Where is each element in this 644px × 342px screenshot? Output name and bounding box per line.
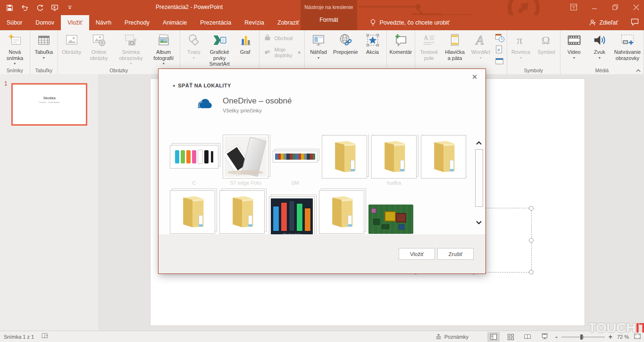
view-slideshow-button[interactable] bbox=[538, 332, 551, 342]
ribbon-button-graf[interactable]: Graf bbox=[233, 31, 258, 68]
share-button[interactable]: Zdieľať bbox=[589, 19, 618, 26]
file-item[interactable]: S7 edge Foto bbox=[223, 134, 268, 188]
ribbon-button-video[interactable]: Video▾ bbox=[561, 31, 587, 67]
view-normal-button[interactable] bbox=[487, 332, 500, 342]
tell-me-box[interactable]: Povedzte, čo chcete urobiť bbox=[370, 15, 450, 30]
ribbon-button-obchod[interactable]: Obchod bbox=[263, 34, 301, 43]
zoom-slider-knob[interactable] bbox=[580, 334, 583, 340]
ribbon-button-textov-pole[interactable]: ATextové pole bbox=[416, 31, 442, 68]
ribbon-button-n-h-ad[interactable]: Náhľad▾ bbox=[306, 31, 331, 67]
ribbon-button-nov-sn-mka[interactable]: Nová snímka▾ bbox=[1, 31, 29, 67]
file-item[interactable]: 4forMobile bbox=[269, 189, 315, 234]
ribbon-button-obr-zky[interactable]: Obrázky bbox=[59, 31, 84, 67]
tab-domov[interactable]: Domov bbox=[29, 15, 61, 30]
thumb-subtitle: OneDrive – Cloud solutions bbox=[33, 101, 66, 103]
resize-handle[interactable] bbox=[529, 206, 534, 211]
tab-strip: SúborDomovVložiťNávrhPrechodyAnimáciePre… bbox=[0, 15, 306, 30]
tab-anim-cie[interactable]: Animácie bbox=[156, 15, 193, 30]
dropdown-caret-icon: ▾ bbox=[193, 56, 195, 60]
zoom-out-button[interactable]: - bbox=[555, 333, 558, 341]
ribbon-button-sn-mka-obrazovky[interactable]: Snímka obrazovky▾ bbox=[113, 31, 148, 67]
audio-icon bbox=[593, 32, 607, 48]
dropdown-caret-icon: ▾ bbox=[43, 56, 45, 60]
collapse-ribbon-icon[interactable] bbox=[636, 68, 641, 74]
ribbon-button-rovnica[interactable]: πRovnica▾ bbox=[508, 31, 534, 67]
scrollbar-thumb[interactable] bbox=[475, 149, 483, 207]
save-icon[interactable] bbox=[5, 3, 14, 12]
resize-handle[interactable] bbox=[529, 270, 534, 274]
restore-icon[interactable] bbox=[610, 2, 620, 12]
ribbon-button-tabu-ka[interactable]: Tabuľka▾ bbox=[31, 31, 57, 67]
close-icon[interactable] bbox=[631, 2, 641, 12]
ribbon-button-symbol[interactable]: ΩSymbol bbox=[534, 31, 559, 67]
back-to-locations-link[interactable]: ◄ SPÄŤ NA LOKALITY bbox=[172, 83, 231, 88]
ribbon-button-zvuk[interactable]: Zvuk▾ bbox=[587, 31, 612, 67]
file-item[interactable] bbox=[219, 189, 265, 234]
tab-n-vrh[interactable]: Návrh bbox=[89, 15, 118, 30]
spellcheck-icon[interactable] bbox=[42, 333, 49, 341]
feedback-icon[interactable] bbox=[630, 18, 639, 28]
ribbon-button-nahr-vanie-obrazovky[interactable]: Nahrávanie obrazovky bbox=[612, 31, 643, 67]
file-item[interactable]: C bbox=[170, 134, 218, 188]
file-item[interactable] bbox=[368, 189, 413, 234]
undo-icon[interactable] bbox=[20, 3, 29, 12]
slide-thumbnail[interactable]: Skúška OneDrive – Cloud solutions bbox=[11, 83, 87, 126]
ribbon-button-label: Grafické prvky SmartArt bbox=[209, 49, 231, 67]
ribbon-button-moje-doplnky[interactable]: Moje doplnky▾ bbox=[263, 47, 301, 58]
ribbon-button-prepojenie[interactable]: Prepojenie bbox=[331, 31, 360, 67]
ribbon-button-slide-number[interactable]: # bbox=[494, 44, 505, 55]
ribbon-display-options-icon[interactable] bbox=[569, 2, 579, 12]
view-reading-button[interactable] bbox=[521, 332, 534, 342]
ribbon-button-hlavi-ka-a-p-ta[interactable]: Hlavička a päta bbox=[442, 31, 468, 68]
tab-rev-zia[interactable]: Revízia bbox=[238, 15, 271, 30]
cancel-button[interactable]: Zrušiť bbox=[437, 248, 474, 260]
ribbon-group-sn-mky: Nová snímka▾Snímky bbox=[0, 30, 30, 74]
file-thumbnail[interactable] bbox=[223, 135, 268, 179]
file-thumbnail[interactable] bbox=[273, 151, 318, 162]
ribbon-group-label: Symboly bbox=[508, 67, 559, 74]
file-thumbnail[interactable]: 4forMobile bbox=[269, 197, 315, 236]
tab-prechody[interactable]: Prechody bbox=[118, 15, 156, 30]
ribbon-button-datetime[interactable] bbox=[494, 33, 505, 43]
file-item[interactable] bbox=[319, 189, 364, 234]
tab-prezent-cia[interactable]: Prezentácia bbox=[193, 15, 238, 30]
file-thumbnail[interactable] bbox=[421, 135, 466, 179]
file-item[interactable]: hudba bbox=[371, 134, 417, 188]
resize-handle[interactable] bbox=[529, 238, 534, 243]
dropdown-caret-icon: ▾ bbox=[14, 61, 16, 66]
file-item[interactable] bbox=[170, 189, 215, 234]
ribbon-button-object-icon[interactable] bbox=[494, 56, 505, 67]
ribbon-button-akcia[interactable]: Akcia bbox=[360, 31, 385, 67]
file-thumbnail[interactable] bbox=[322, 135, 367, 179]
tab-format[interactable]: Formát bbox=[319, 17, 338, 23]
ribbon-button-koment-r[interactable]: Komentár bbox=[388, 31, 414, 67]
file-item[interactable] bbox=[421, 134, 466, 188]
file-thumbnail[interactable] bbox=[170, 145, 218, 169]
action-icon bbox=[366, 32, 380, 48]
file-item[interactable]: SM bbox=[273, 134, 318, 188]
file-thumbnail[interactable] bbox=[371, 135, 417, 179]
tab-s-bor[interactable]: Súbor bbox=[0, 15, 29, 30]
file-thumbnail[interactable] bbox=[319, 190, 364, 234]
insert-button[interactable]: Vložiť bbox=[399, 248, 435, 260]
dialog-scrollbar[interactable] bbox=[475, 134, 483, 235]
redo-icon[interactable] bbox=[35, 3, 44, 12]
scroll-up-icon[interactable] bbox=[476, 141, 482, 145]
start-slideshow-icon[interactable] bbox=[50, 3, 59, 12]
ribbon-button-wordart[interactable]: AWordArt▾ bbox=[468, 31, 493, 68]
file-item[interactable] bbox=[322, 134, 367, 188]
minimize-icon[interactable] bbox=[589, 2, 600, 12]
scroll-down-icon[interactable] bbox=[476, 220, 482, 225]
ribbon-button-album-fotografi[interactable]: Album fotografií▾ bbox=[149, 31, 179, 67]
ribbon-button-tvary[interactable]: Tvary▾ bbox=[181, 31, 207, 68]
picture-icon bbox=[65, 32, 79, 48]
notes-button[interactable]: Poznámky bbox=[435, 333, 468, 340]
ribbon-button-grafick-prvky-smartart[interactable]: Grafické prvky SmartArt bbox=[207, 31, 233, 68]
view-slide-sorter-button[interactable] bbox=[504, 332, 517, 342]
tab-vlo-i[interactable]: Vložiť bbox=[61, 15, 89, 30]
ribbon-button-online-obr-zky[interactable]: Online obrázky bbox=[84, 31, 114, 67]
dialog-close-icon[interactable]: ✕ bbox=[470, 73, 479, 81]
file-thumbnail[interactable] bbox=[170, 190, 215, 234]
file-thumbnail[interactable] bbox=[219, 190, 265, 234]
customize-qat-icon[interactable] bbox=[65, 3, 75, 12]
